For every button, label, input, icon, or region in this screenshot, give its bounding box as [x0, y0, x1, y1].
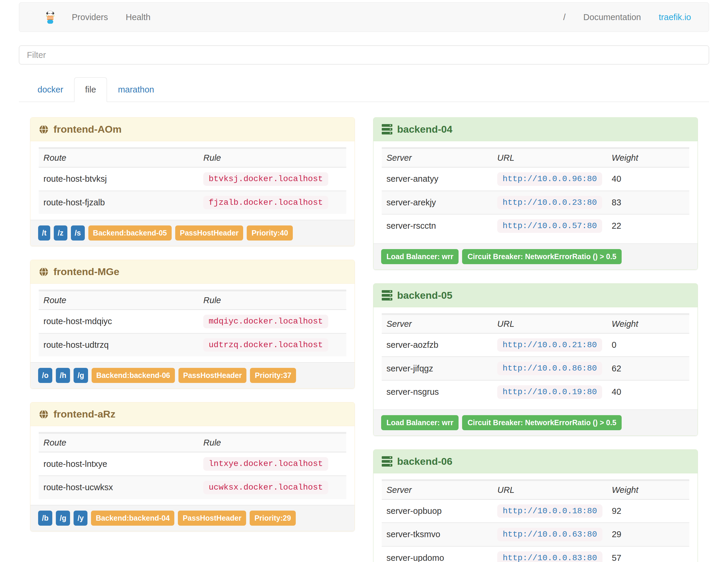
rule-value: mdqiyc.docker.localhost: [203, 315, 328, 328]
server-column-header: Server: [382, 480, 493, 499]
frontend-card-header: frontend-AOm: [30, 118, 355, 141]
frontend-card-header: frontend-aRz: [30, 402, 355, 426]
route-name: route-host-ucwksx: [39, 476, 199, 499]
table-row: route-host-mdqiyc mdqiyc.docker.localhos…: [39, 310, 346, 333]
entrypoint-badge: /t: [38, 225, 50, 241]
navbar: Providers Health / Documentation traefik…: [19, 2, 709, 32]
backend-card-body: Server URL Weight server-anatyy http://1…: [373, 141, 698, 243]
navbar-right-links: / Documentation traefik.io: [554, 3, 700, 32]
url-cell: http://10.0.0.63:80: [493, 523, 607, 546]
entrypoint-badge: /o: [38, 368, 52, 383]
backend-card-header: backend-04: [373, 118, 698, 141]
server-column-header: Server: [382, 148, 493, 167]
entrypoint-badge: /b: [38, 511, 52, 526]
entrypoint-badge: /y: [74, 511, 87, 526]
url-value: http://10.0.0.23:80: [497, 196, 602, 209]
url-value: http://10.0.0.18:80: [497, 504, 602, 518]
frontend-card-header: frontend-MGe: [30, 260, 355, 284]
filter-bar: [19, 46, 709, 64]
rule-value: lntxye.docker.localhost: [203, 457, 328, 471]
server-name: server-tksmvo: [382, 523, 493, 546]
backend-card-body: Server URL Weight server-aozfzb http://1…: [373, 307, 698, 410]
rule-value: fjzalb.docker.localhost: [203, 196, 328, 209]
backend-card-header: backend-05: [373, 284, 698, 307]
backend-card-body: Server URL Weight server-opbuop http://1…: [373, 473, 698, 562]
table-row: route-host-fjzalb fjzalb.docker.localhos…: [39, 191, 346, 214]
traefik-logo[interactable]: [44, 10, 56, 24]
rule-cell: mdqiyc.docker.localhost: [199, 310, 346, 333]
tab-file[interactable]: file: [74, 77, 107, 102]
frontend-title: frontend-MGe: [53, 266, 119, 277]
tab-docker[interactable]: docker: [27, 77, 74, 102]
backend-card-04: backend-04 Server URL Weight server-a: [373, 117, 698, 270]
nav-providers-link[interactable]: Providers: [63, 3, 117, 32]
rule-cell: lntxye.docker.localhost: [199, 452, 346, 476]
frontend-card-body: Route Rule route-host-mdqiyc mdqiyc.dock…: [30, 284, 355, 362]
frontend-card-aRz: frontend-aRz Route Rule route-host-lntxy…: [30, 402, 355, 531]
entrypoint-badge: /s: [71, 225, 85, 241]
backends-column: backend-04 Server URL Weight server-a: [373, 117, 698, 562]
filter-input[interactable]: [19, 46, 709, 64]
passhostheader-badge: PassHostHeader: [175, 225, 243, 241]
url-column-header: URL: [493, 314, 607, 333]
backend-card-footer: Load Balancer: wrr Circuit Breaker: Netw…: [373, 243, 698, 269]
backend-card-06: backend-06 Server URL Weight server-o: [373, 449, 698, 562]
weight-column-header: Weight: [607, 314, 689, 333]
provider-tabs: docker file marathon: [19, 77, 709, 102]
url-value: http://10.0.0.86:80: [497, 362, 602, 375]
server-name: server-nsgrus: [382, 380, 493, 404]
entrypoint-badge: /h: [56, 368, 70, 383]
route-name: route-host-udtrzq: [39, 333, 199, 357]
url-cell: http://10.0.0.96:80: [493, 167, 607, 191]
rule-column-header: Rule: [199, 290, 346, 310]
rule-cell: btvksj.docker.localhost: [199, 167, 346, 191]
servers-table: Server URL Weight server-aozfzb http://1…: [382, 313, 689, 404]
table-row: route-host-udtrzq udtrzq.docker.localhos…: [39, 333, 346, 357]
frontend-card-footer: /o /h /g Backend:backend-06 PassHostHead…: [30, 362, 355, 388]
entrypoint-badge: /z: [54, 225, 67, 241]
entrypoint-badge: /g: [74, 368, 88, 383]
server-name: server-updomo: [382, 546, 493, 562]
traefik-logo-icon: [44, 10, 56, 24]
frontend-card-body: Route Rule route-host-btvksj btvksj.dock…: [30, 141, 355, 220]
nav-health-link[interactable]: Health: [117, 3, 160, 32]
rule-value: ucwksx.docker.localhost: [203, 481, 328, 494]
frontend-card-MGe: frontend-MGe Route Rule route-host-mdqiy…: [30, 260, 355, 389]
weight-value: 22: [607, 214, 689, 238]
weight-value: 57: [607, 546, 689, 562]
passhostheader-badge: PassHostHeader: [178, 511, 246, 526]
priority-badge: Priority:29: [250, 511, 296, 526]
url-value: http://10.0.0.21:80: [497, 338, 602, 352]
weight-value: 83: [607, 191, 689, 215]
route-name: route-host-lntxye: [39, 452, 199, 476]
backend-card-05: backend-05 Server URL Weight server-a: [373, 283, 698, 436]
weight-value: 29: [607, 523, 689, 546]
nav-traefik-io-link[interactable]: traefik.io: [650, 3, 700, 32]
content-row: frontend-AOm Route Rule route-host-btvks…: [19, 117, 709, 562]
routes-table: Route Rule route-host-btvksj btvksj.dock…: [39, 147, 346, 214]
rule-value: udtrzq.docker.localhost: [203, 338, 328, 352]
priority-badge: Priority:37: [250, 368, 296, 383]
table-row: server-nsgrus http://10.0.0.19:80 40: [382, 380, 689, 404]
server-name: server-anatyy: [382, 167, 493, 191]
backend-title: backend-06: [397, 456, 452, 467]
url-cell: http://10.0.0.86:80: [493, 357, 607, 380]
tab-marathon[interactable]: marathon: [107, 77, 165, 102]
url-value: http://10.0.0.57:80: [497, 219, 602, 233]
rule-cell: udtrzq.docker.localhost: [199, 333, 346, 357]
route-name: route-host-fjzalb: [39, 191, 199, 214]
server-name: server-opbuop: [382, 499, 493, 523]
circuit-breaker-badge: Circuit Breaker: NetworkErrorRatio () > …: [462, 415, 622, 430]
route-column-header: Route: [39, 433, 199, 452]
backend-card-header: backend-06: [373, 450, 698, 473]
table-row: server-tksmvo http://10.0.0.63:80 29: [382, 523, 689, 546]
nav-documentation-link[interactable]: Documentation: [574, 3, 650, 32]
server-icon: [382, 290, 392, 301]
globe-icon: [39, 409, 49, 419]
table-row: server-anatyy http://10.0.0.96:80 40: [382, 167, 689, 191]
backend-card-footer: Load Balancer: wrr Circuit Breaker: Netw…: [373, 410, 698, 436]
nav-slash-link[interactable]: /: [554, 3, 574, 32]
frontend-card-body: Route Rule route-host-lntxye lntxye.dock…: [30, 426, 355, 505]
url-column-header: URL: [493, 148, 607, 167]
routes-table: Route Rule route-host-lntxye lntxye.dock…: [39, 432, 346, 499]
